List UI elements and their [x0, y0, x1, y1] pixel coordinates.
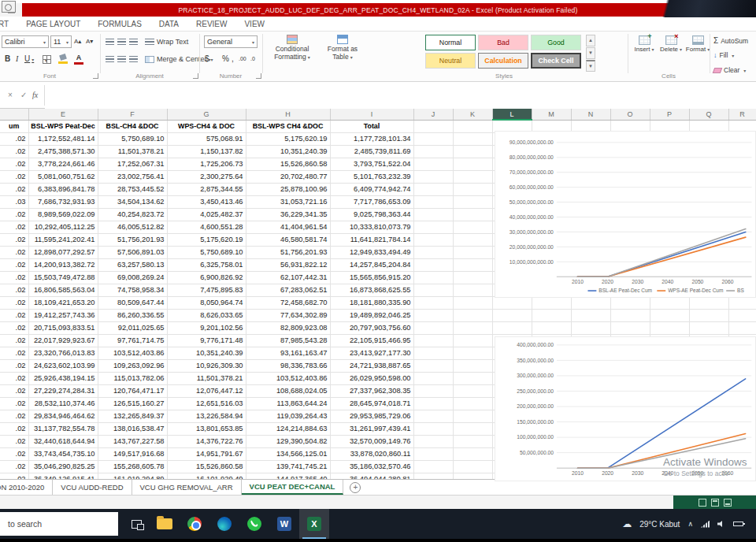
cell[interactable]: 5,175,620.19 [167, 233, 246, 246]
cell[interactable]: 28,532,110,374.46 [28, 397, 98, 410]
column-header-partial[interactable] [0, 109, 28, 120]
cell[interactable] [453, 397, 492, 410]
cell[interactable] [413, 435, 453, 447]
excel-button[interactable]: X [299, 509, 329, 539]
cell[interactable]: 134,566,125.01 [246, 447, 330, 460]
cell[interactable] [413, 410, 453, 422]
cell[interactable]: .02 [0, 221, 28, 233]
cell[interactable] [492, 321, 532, 334]
cell[interactable]: 5,175,620.19 [246, 132, 330, 145]
cell[interactable] [413, 246, 453, 258]
cell[interactable]: 143,767,227.58 [98, 435, 167, 447]
battery-icon[interactable] [733, 522, 743, 526]
column-header-P[interactable]: P [650, 109, 689, 120]
network-icon[interactable] [701, 521, 710, 528]
cell[interactable]: 51,756,201.93 [98, 233, 167, 246]
cell[interactable]: 10,292,405,112.25 [28, 221, 98, 233]
cell[interactable] [453, 208, 492, 221]
cell[interactable] [689, 309, 728, 321]
cell[interactable]: 98,336,783.66 [246, 359, 330, 372]
cell[interactable]: 29,953,985,729.06 [330, 410, 413, 422]
cancel-icon[interactable]: × [8, 82, 13, 109]
column-header-I[interactable]: I [330, 109, 413, 120]
cell[interactable]: .02 [0, 435, 28, 447]
whatsapp-button[interactable] [239, 509, 269, 539]
cell[interactable]: .02 [0, 410, 28, 422]
cell[interactable]: 67,283,062.51 [246, 284, 330, 296]
cell[interactable]: 17,252,067.31 [98, 158, 167, 170]
column-header-F[interactable]: F [98, 109, 167, 120]
cell[interactable]: 15,526,860.58 [167, 460, 246, 473]
cell[interactable]: 113,863,644.24 [246, 397, 330, 410]
cell[interactable]: 14,200,913,382.72 [28, 258, 98, 271]
cell[interactable]: 24,721,938,887.65 [330, 359, 413, 372]
cell[interactable] [453, 233, 492, 246]
cell[interactable]: .02 [0, 158, 28, 170]
cell[interactable] [650, 309, 689, 321]
cell[interactable]: 126,515,160.27 [98, 397, 167, 410]
cell[interactable] [610, 321, 650, 334]
page-layout-view-icon[interactable] [711, 499, 719, 507]
cell[interactable] [413, 208, 453, 221]
cell[interactable] [413, 132, 453, 145]
cell[interactable]: 34,504,134.62 [98, 195, 167, 208]
cell[interactable]: 12,076,447.12 [167, 384, 246, 397]
cell[interactable]: .03 [0, 195, 28, 208]
top-line-chart[interactable]: 90,000,000,000.0080,000,000,000.0070,000… [495, 131, 756, 298]
cell[interactable]: .02 [0, 170, 28, 183]
cell[interactable]: 1,177,728,101.34 [330, 132, 413, 145]
cell[interactable]: 11,501,378.21 [167, 372, 246, 384]
cell[interactable]: 16,873,868,625.55 [330, 284, 413, 296]
cell[interactable]: .02 [0, 208, 28, 221]
cell-style-neutral[interactable]: Neutral [425, 53, 476, 69]
cell[interactable]: 93,161,163.47 [246, 347, 330, 359]
cell[interactable]: 36,349,126,915.41 [28, 473, 98, 479]
cell[interactable] [532, 309, 571, 321]
sheet-tab-active[interactable]: VCU PEAT DEC+CANAL [242, 480, 344, 495]
cell[interactable] [413, 321, 453, 334]
cell[interactable] [413, 447, 453, 460]
cell[interactable]: 27,337,962,308.35 [330, 384, 413, 397]
cell[interactable]: 11,501,378.21 [98, 145, 167, 158]
column-header-H[interactable]: H [246, 109, 330, 120]
cell[interactable]: 161,019,294.89 [98, 473, 167, 479]
cell[interactable] [728, 309, 756, 321]
cell[interactable]: 29,834,946,464.62 [28, 410, 98, 422]
cell[interactable] [453, 410, 492, 422]
cell[interactable]: .02 [0, 473, 28, 479]
cell[interactable] [413, 120, 453, 132]
cell[interactable]: 12,898,077,292.57 [28, 246, 98, 258]
cell[interactable]: 6,383,896,841.78 [28, 183, 98, 195]
column-header-E[interactable]: E [28, 109, 98, 120]
cell[interactable]: 20,702,480.77 [246, 170, 330, 183]
borders-icon[interactable] [43, 55, 51, 64]
column-header-Q[interactable]: Q [689, 109, 728, 120]
speaker-icon[interactable] [717, 520, 725, 528]
cell[interactable]: .02 [0, 183, 28, 195]
cell[interactable]: 5,101,763,232.39 [330, 170, 413, 183]
cell[interactable]: BSL-WPS CH4 &DOC [246, 120, 330, 132]
cell[interactable]: 20,797,903,756.60 [330, 321, 413, 334]
cell[interactable]: .02 [0, 233, 28, 246]
cell[interactable] [492, 309, 532, 321]
cell[interactable]: .02 [0, 460, 28, 473]
cell[interactable]: 12,949,833,494.49 [330, 246, 413, 258]
cell[interactable] [532, 321, 571, 334]
add-sheet-button[interactable]: + [350, 482, 361, 493]
cell[interactable]: 2,485,739,811.69 [330, 145, 413, 158]
cell[interactable]: .02 [0, 309, 28, 321]
clear-button[interactable]: Clear [713, 66, 746, 74]
cell[interactable] [689, 321, 728, 334]
cell[interactable]: 15,526,860.58 [246, 158, 330, 170]
cell[interactable]: 80,509,647.44 [98, 296, 167, 309]
cell[interactable]: 62,107,442.31 [246, 271, 330, 284]
cell[interactable]: 32,440,618,644.94 [28, 435, 98, 447]
cell[interactable] [571, 321, 610, 334]
taskbar-search-input[interactable]: to search [0, 512, 118, 536]
cell[interactable]: Total [330, 120, 413, 132]
cell[interactable]: BSL-WPS Peat-Dec [28, 120, 98, 132]
cell[interactable]: 31,137,782,554.78 [28, 422, 98, 435]
cell[interactable] [453, 460, 492, 473]
page-break-view-icon[interactable] [724, 499, 732, 507]
cell[interactable]: 72,458,682.70 [246, 296, 330, 309]
